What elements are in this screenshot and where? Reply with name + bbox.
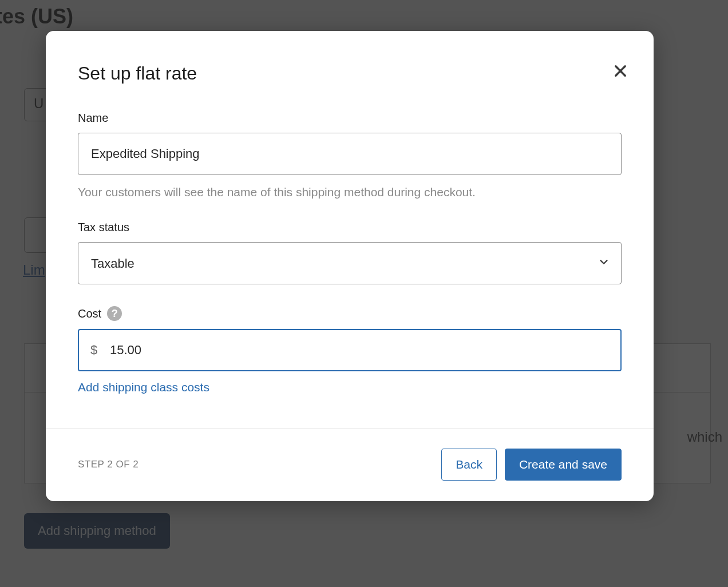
cost-input[interactable] <box>78 329 622 371</box>
name-field-group: Name Your customers will see the name of… <box>78 112 622 199</box>
tax-status-label: Tax status <box>78 221 622 234</box>
close-button[interactable] <box>610 61 631 83</box>
tax-status-field-group: Tax status Taxable <box>78 221 622 284</box>
close-icon <box>612 72 628 81</box>
name-help-text: Your customers will see the name of this… <box>78 185 622 199</box>
currency-symbol: $ <box>90 343 97 358</box>
flat-rate-setup-modal: Set up flat rate Name Your customers wil… <box>46 31 654 501</box>
step-indicator: STEP 2 OF 2 <box>78 459 139 470</box>
cost-field-group: Cost ? $ Add shipping class costs <box>78 306 622 394</box>
create-and-save-button[interactable]: Create and save <box>505 449 622 481</box>
add-shipping-class-costs-link[interactable]: Add shipping class costs <box>78 380 209 394</box>
help-icon[interactable]: ? <box>107 306 122 321</box>
modal-footer: STEP 2 OF 2 Back Create and save <box>46 429 654 501</box>
name-label: Name <box>78 112 622 125</box>
cost-label: Cost <box>78 307 101 320</box>
modal-title: Set up flat rate <box>78 63 622 84</box>
name-input[interactable] <box>78 133 622 175</box>
back-button[interactable]: Back <box>441 449 497 481</box>
tax-status-select[interactable]: Taxable <box>78 242 622 284</box>
